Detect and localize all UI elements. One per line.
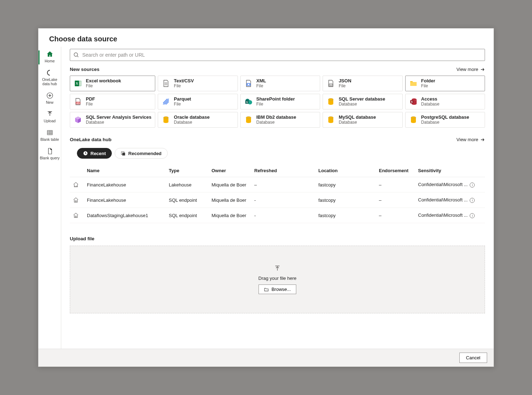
table-row[interactable]: FinanceLakehouseSQL endpointMiquella de …	[70, 193, 485, 208]
row-type-icon	[70, 177, 84, 193]
source-card[interactable]: SSharePoint folderFile	[240, 94, 320, 109]
svg-rect-1	[47, 130, 52, 135]
source-subtitle: Database	[421, 120, 469, 125]
col-sensitivity[interactable]: Sensitivity	[415, 164, 485, 177]
table-row[interactable]: FinanceLakehouseLakehouseMiquella de Boe…	[70, 177, 485, 193]
arrow-right-icon	[480, 137, 485, 142]
excel-icon: X	[74, 79, 82, 88]
source-card[interactable]: PostgreSQL databaseDatabase	[405, 112, 485, 128]
sidebar-item-onelake[interactable]: OneLake data hub	[38, 67, 61, 89]
new-sources-view-more[interactable]: View more	[457, 67, 485, 72]
col-type[interactable]: Type	[166, 164, 209, 177]
cell-location: fastcopy	[315, 193, 376, 208]
sidebar-item-label: Blank query	[40, 156, 59, 160]
source-subtitle: Database	[339, 102, 385, 107]
svg-rect-30	[122, 153, 125, 155]
col-location[interactable]: Location	[315, 164, 376, 177]
cell-name: DataflowsStagingLakehouse1	[84, 208, 166, 223]
info-icon[interactable]: i	[470, 213, 475, 218]
source-title: SQL Server Analysis Services	[86, 114, 151, 120]
sidebar-item-home[interactable]: Home	[38, 48, 61, 67]
source-card[interactable]: XMLFile	[240, 76, 320, 91]
pill-recommended[interactable]: Recommended	[115, 148, 167, 159]
source-card[interactable]: XExcel workbookFile	[70, 76, 155, 91]
cell-type: SQL endpoint	[166, 208, 209, 223]
sidebar-item-blank-table[interactable]: Blank table	[38, 127, 61, 145]
cell-refreshed: -	[251, 208, 315, 223]
source-card[interactable]: SQL Server databaseDatabase	[323, 94, 402, 109]
db-yellow-icon	[244, 116, 253, 124]
xml-icon	[244, 79, 253, 88]
folder-icon	[409, 79, 418, 88]
source-title: JSON	[339, 78, 351, 83]
sidebar-item-label: Blank table	[41, 137, 59, 142]
svg-text:S: S	[246, 101, 248, 103]
recommended-icon	[121, 151, 126, 156]
cell-owner: Miquella de Boer	[209, 193, 251, 208]
plus-circle-icon	[46, 92, 54, 99]
sidebar-item-blank-query[interactable]: Blank query	[38, 145, 61, 164]
source-card[interactable]: JSONJSONFile	[323, 76, 402, 91]
col-refreshed[interactable]: Refreshed	[251, 164, 315, 177]
source-subtitle: File	[86, 102, 95, 107]
table-header-row: Name Type Owner Refreshed Location Endor…	[70, 164, 485, 177]
pill-recent[interactable]: Recent	[77, 148, 112, 159]
table-grid-icon	[46, 129, 54, 137]
sidebar-item-label: Upload	[44, 119, 56, 123]
col-name[interactable]: Name	[84, 164, 166, 177]
choose-data-source-dialog: Choose data source Home OneLake data hub	[38, 28, 494, 367]
sidebar-item-label: New	[46, 100, 53, 104]
svg-rect-5	[79, 81, 81, 86]
cell-type: Lakehouse	[166, 177, 209, 193]
cell-name: FinanceLakehouse	[84, 177, 166, 193]
source-card[interactable]: PDFPDFFile	[70, 94, 155, 109]
clock-icon	[83, 151, 88, 156]
globe-segment-icon	[46, 69, 54, 77]
access-icon: A	[409, 97, 418, 106]
source-subtitle: File	[174, 102, 191, 107]
cell-type: SQL endpoint	[166, 193, 209, 208]
cell-endorsement: –	[376, 193, 415, 208]
source-card[interactable]: SQL Server Analysis ServicesDatabase	[70, 112, 155, 128]
upload-arrow-icon	[274, 265, 281, 272]
source-card[interactable]: IBM Db2 databaseDatabase	[240, 112, 320, 128]
new-sources-grid: XExcel workbookFileText/CSVFileXMLFileJS…	[70, 76, 485, 128]
cell-sensitivity: Confidential\Microsoft ...i	[415, 208, 485, 223]
source-card[interactable]: Oracle databaseDatabase	[158, 112, 238, 128]
table-row[interactable]: DataflowsStagingLakehouse1SQL endpointMi…	[70, 208, 485, 223]
source-card[interactable]: AAccessDatabase	[405, 94, 485, 109]
sidebar-item-new[interactable]: New	[38, 89, 61, 108]
source-card[interactable]: MySQL databaseDatabase	[323, 112, 402, 128]
upload-dropzone[interactable]: Drag your file here Browse...	[70, 246, 485, 313]
source-title: PostgreSQL database	[421, 114, 469, 120]
source-subtitle: Database	[256, 120, 296, 125]
source-title: Access	[421, 96, 439, 102]
svg-text:JSON: JSON	[328, 84, 333, 86]
source-subtitle: File	[256, 102, 295, 107]
source-subtitle: Database	[421, 102, 439, 107]
arrow-right-icon	[480, 67, 485, 72]
hub-view-more[interactable]: View more	[457, 137, 485, 142]
source-title: XML	[256, 78, 266, 83]
cell-location: fastcopy	[315, 208, 376, 223]
source-subtitle: File	[256, 83, 266, 89]
json-icon: JSON	[327, 79, 335, 88]
db-yellow-icon	[327, 116, 335, 124]
source-card[interactable]: Text/CSVFile	[158, 76, 238, 91]
col-endorsement[interactable]: Endorsement	[376, 164, 415, 177]
cell-sensitivity: Confidential\Microsoft ...i	[415, 193, 485, 208]
source-card[interactable]: ParquetFile	[158, 94, 238, 109]
sidebar-item-upload[interactable]: Upload	[38, 108, 61, 127]
cancel-button[interactable]: Cancel	[459, 353, 487, 363]
col-owner[interactable]: Owner	[209, 164, 251, 177]
new-sources-title: New sources	[70, 67, 99, 72]
search-input[interactable]	[70, 49, 485, 61]
browse-button[interactable]: Browse...	[259, 284, 296, 294]
folder-open-icon	[264, 287, 269, 292]
hub-table: Name Type Owner Refreshed Location Endor…	[70, 164, 485, 223]
info-icon[interactable]: i	[470, 183, 475, 188]
pdf-icon: PDF	[74, 97, 82, 106]
info-icon[interactable]: i	[470, 198, 475, 203]
source-subtitle: File	[86, 83, 121, 89]
source-card[interactable]: FolderFile	[405, 76, 485, 91]
